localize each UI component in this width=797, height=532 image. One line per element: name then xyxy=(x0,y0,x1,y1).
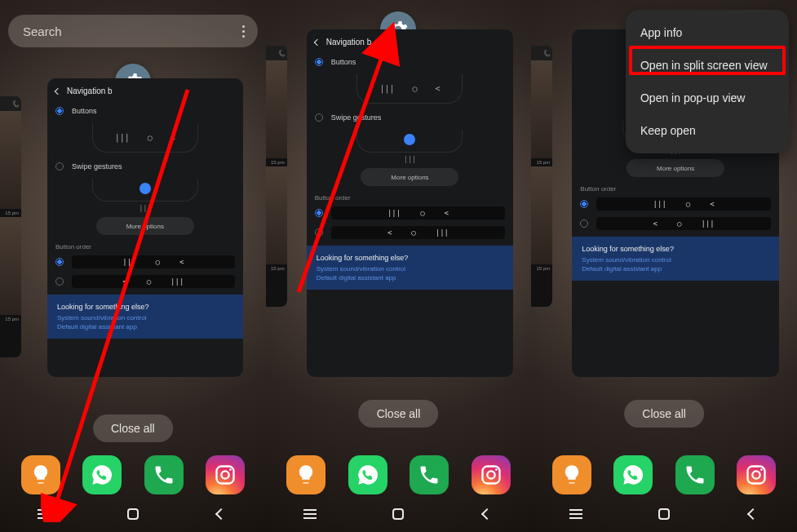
dock-phone-icon[interactable] xyxy=(144,455,184,494)
nav-back-button[interactable] xyxy=(733,510,773,518)
menu-keep-open[interactable]: Keep open xyxy=(626,114,789,147)
recent-card-settings[interactable]: Navigation b Buttons |||○< Swipe gesture… xyxy=(307,29,514,377)
banner-question: Looking for something else? xyxy=(57,303,233,311)
nav-home-button[interactable] xyxy=(113,508,153,520)
dock xyxy=(531,455,797,494)
order-preview: <○||| xyxy=(72,275,235,288)
search-placeholder: Search xyxy=(23,24,62,38)
screen-1: Search 📞 15 pm 15 pm Navigation b Button… xyxy=(0,0,266,532)
system-nav-bar xyxy=(266,496,532,532)
back-chevron-icon[interactable] xyxy=(55,87,61,94)
radio-icon[interactable] xyxy=(55,277,64,286)
radio-icon[interactable] xyxy=(55,162,64,171)
screen-2: 📞 15 pm 15 pm Navigation b Buttons |||○<… xyxy=(266,0,532,532)
option-swipe[interactable]: Swipe gestures xyxy=(47,156,243,177)
nav-recents-button[interactable] xyxy=(556,513,596,515)
dock-phone-icon[interactable] xyxy=(410,455,449,494)
blue-dot-icon xyxy=(139,183,151,194)
screen-3: 📞 15 pm 15 pm ||| More options Button or… xyxy=(531,0,797,532)
option-buttons[interactable]: Buttons xyxy=(47,100,243,122)
banner-link[interactable]: System sound/vibration control xyxy=(57,314,233,321)
svg-point-10 xyxy=(760,468,763,471)
peek-card-left[interactable]: 📞 15 pm 15 pm xyxy=(0,96,21,357)
dock xyxy=(0,455,266,494)
more-options-button[interactable]: More options xyxy=(361,168,458,186)
highlight-box xyxy=(629,46,786,75)
card-header: Navigation b xyxy=(47,78,243,100)
more-icon[interactable] xyxy=(242,25,245,38)
menu-popup-view[interactable]: Open in pop-up view xyxy=(626,82,789,114)
svg-point-1 xyxy=(221,471,228,478)
dock-phone-icon[interactable] xyxy=(675,455,715,494)
nav-preview-buttons: ||| ○ < xyxy=(92,123,198,153)
option-label: Swipe gestures xyxy=(72,162,122,171)
dock-whatsapp-icon[interactable] xyxy=(348,455,387,494)
menu-app-info[interactable]: App info xyxy=(626,16,789,49)
peek-image xyxy=(0,217,21,315)
nav-home-button[interactable] xyxy=(378,508,418,520)
section-label: Button order xyxy=(47,240,243,252)
nav-preview-swipe xyxy=(92,179,198,202)
suggestion-banner: Looking for something else? System sound… xyxy=(47,295,243,339)
radio-icon[interactable] xyxy=(55,258,64,266)
more-options-button[interactable]: More options xyxy=(96,217,194,235)
nav-recents-button[interactable] xyxy=(24,513,64,515)
system-nav-bar xyxy=(531,496,797,532)
peek-time: 15 pm xyxy=(0,209,21,217)
close-all-button[interactable]: Close all xyxy=(93,415,173,442)
card-title: Navigation b xyxy=(67,86,113,95)
close-all-button[interactable]: Close all xyxy=(359,400,439,428)
back-chevron-icon[interactable] xyxy=(313,38,320,45)
peek-time: 15 pm xyxy=(0,315,21,323)
dock-bulb-icon[interactable] xyxy=(286,455,325,494)
peek-card-left[interactable]: 📞 15 pm 15 pm xyxy=(531,46,552,307)
search-bar[interactable]: Search xyxy=(8,15,258,47)
peek-card-left[interactable]: 📞 15 pm 15 pm xyxy=(266,46,287,307)
context-menu: App info Open in split screen view Open … xyxy=(626,10,789,153)
nav-back-button[interactable] xyxy=(467,510,507,518)
peek-image xyxy=(0,111,21,209)
nav-home-button[interactable] xyxy=(644,508,684,520)
dock-whatsapp-icon[interactable] xyxy=(82,455,122,494)
phone-icon: 📞 xyxy=(11,100,18,107)
dock-instagram-icon[interactable] xyxy=(737,455,776,494)
dock xyxy=(266,455,532,494)
swipe-hint: ||| xyxy=(47,205,243,212)
svg-point-2 xyxy=(229,468,232,471)
recent-card-settings[interactable]: Navigation b Buttons ||| ○ < Swipe gestu… xyxy=(47,78,243,377)
order-preview: |||○< xyxy=(72,255,235,268)
system-nav-bar xyxy=(0,496,266,532)
card-title: Navigation b xyxy=(326,38,372,47)
more-options-button[interactable]: More options xyxy=(627,159,724,177)
close-all-button[interactable]: Close all xyxy=(624,400,704,428)
order-option-2[interactable]: <○||| xyxy=(47,272,243,291)
nav-back-button[interactable] xyxy=(201,510,241,518)
dock-bulb-icon[interactable] xyxy=(552,455,591,494)
dock-whatsapp-icon[interactable] xyxy=(613,455,653,494)
dock-bulb-icon[interactable] xyxy=(21,455,60,494)
dock-instagram-icon[interactable] xyxy=(206,455,245,494)
radio-icon[interactable] xyxy=(55,107,64,115)
phone-icon: 📞 xyxy=(277,50,284,56)
order-option-1[interactable]: |||○< xyxy=(47,252,243,272)
option-label: Buttons xyxy=(72,107,97,115)
svg-point-9 xyxy=(753,471,760,478)
dock-instagram-icon[interactable] xyxy=(472,455,511,494)
svg-point-6 xyxy=(495,468,498,471)
svg-point-5 xyxy=(487,471,494,478)
banner-link[interactable]: Default digital assistant app xyxy=(57,323,233,330)
nav-recents-button[interactable] xyxy=(290,513,330,515)
